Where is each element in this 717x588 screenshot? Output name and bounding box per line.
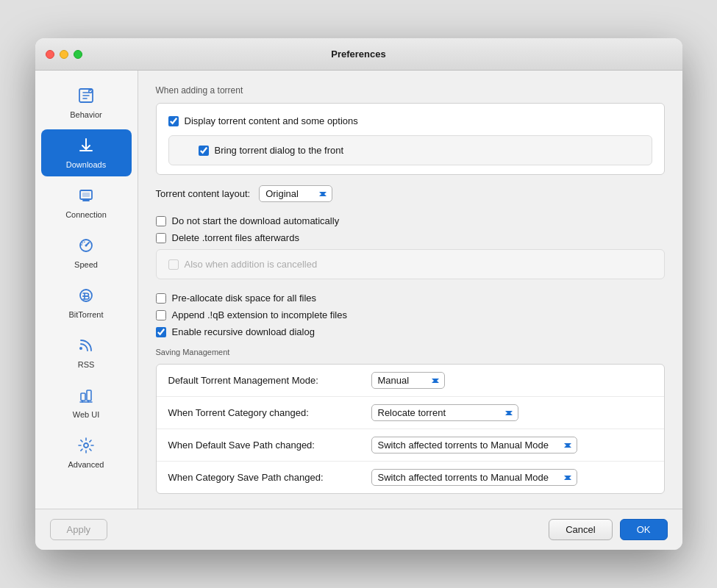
- when-adding-title: When adding a torrent: [156, 85, 665, 96]
- sidebar-item-downloads[interactable]: Downloads: [41, 129, 132, 176]
- footer-left: Apply: [50, 519, 108, 540]
- main-panel: When adding a torrent Display torrent co…: [138, 71, 682, 509]
- saving-title: Saving Management: [156, 348, 665, 356]
- recursive-checkbox[interactable]: [156, 327, 166, 337]
- download-options-group: Do not start the download automatically …: [156, 212, 665, 279]
- behavior-icon: [77, 87, 95, 107]
- connection-icon: [77, 187, 95, 207]
- sidebar-label-bittorrent: BitTorrent: [68, 310, 103, 319]
- bring-front-row: Bring torrent dialog to the front: [181, 142, 640, 159]
- sidebar-label-advanced: Advanced: [68, 460, 104, 469]
- also-cancelled-checkbox[interactable]: [168, 259, 179, 270]
- sidebar-item-advanced[interactable]: Advanced: [41, 429, 132, 476]
- traffic-lights: [46, 50, 82, 59]
- minimize-button[interactable]: [60, 50, 68, 59]
- mgmt-mode-row: Default Torrent Management Mode: Manual …: [157, 365, 664, 397]
- also-cancelled-row: Also when addition is cancelled: [168, 256, 652, 273]
- footer: Apply Cancel OK: [35, 509, 682, 550]
- no-auto-row: Do not start the download automatically: [156, 212, 665, 229]
- footer-right: Cancel OK: [549, 519, 667, 540]
- content-area: Behavior Downloads: [35, 71, 682, 509]
- display-content-row: Display torrent content and some options: [168, 112, 652, 129]
- category-save-select[interactable]: Switch affected torrents to Manual Mode …: [371, 469, 577, 486]
- svg-point-5: [85, 245, 88, 247]
- sidebar-label-behavior: Behavior: [70, 110, 101, 119]
- sidebar-label-downloads: Downloads: [66, 160, 106, 169]
- prealloc-checkbox[interactable]: [156, 293, 166, 304]
- apply-button[interactable]: Apply: [50, 519, 108, 540]
- display-content-checkbox[interactable]: [168, 116, 179, 126]
- sidebar-item-rss[interactable]: RSS: [41, 329, 132, 376]
- category-changed-row: When Torrent Category changed: Relocate …: [157, 397, 664, 429]
- svg-rect-3: [82, 193, 90, 197]
- downloads-icon: [77, 137, 95, 157]
- when-adding-box: Display torrent content and some options…: [156, 103, 665, 175]
- management-table: Default Torrent Management Mode: Manual …: [156, 364, 665, 494]
- advanced-icon: [77, 437, 95, 457]
- recursive-row: Enable recursive download dialog: [156, 323, 665, 340]
- delete-torrent-checkbox[interactable]: [156, 233, 166, 243]
- sidebar-label-rss: RSS: [78, 360, 95, 369]
- prealloc-label: Pre-allocate disk space for all files: [172, 293, 317, 304]
- delete-torrent-label: Delete .torrent files afterwards: [172, 232, 299, 243]
- append-ext-checkbox[interactable]: [156, 310, 166, 320]
- default-save-row: When Default Save Path changed: Switch a…: [157, 429, 664, 462]
- sidebar-label-webui: Web UI: [73, 410, 99, 419]
- category-changed-select[interactable]: Relocate torrent Switch to Manual Mode: [371, 404, 518, 421]
- no-auto-label: Do not start the download automatically: [172, 215, 340, 226]
- cancel-button[interactable]: Cancel: [549, 519, 612, 540]
- torrent-layout-select[interactable]: Original Create subfolder Don't create s…: [259, 185, 332, 202]
- category-save-label: When Category Save Path changed:: [168, 472, 360, 483]
- category-changed-label: When Torrent Category changed:: [168, 407, 360, 418]
- sidebar-item-behavior[interactable]: Behavior: [41, 79, 132, 126]
- delete-torrent-row: Delete .torrent files afterwards: [156, 229, 665, 246]
- svg-rect-8: [87, 390, 91, 401]
- default-save-select[interactable]: Switch affected torrents to Manual Mode …: [371, 437, 577, 453]
- sidebar-item-connection[interactable]: Connection: [41, 179, 132, 226]
- preferences-window: Preferences Behavior: [35, 38, 682, 550]
- torrent-layout-row: Torrent content layout: Original Create …: [156, 185, 665, 202]
- close-button[interactable]: [46, 50, 54, 59]
- bittorrent-icon: [77, 287, 95, 307]
- no-auto-checkbox[interactable]: [156, 216, 166, 226]
- display-content-label: Display torrent content and some options: [185, 115, 358, 126]
- window-title: Preferences: [331, 49, 385, 60]
- recursive-label: Enable recursive download dialog: [172, 326, 315, 337]
- ok-button[interactable]: OK: [620, 519, 668, 540]
- sidebar-label-connection: Connection: [65, 210, 107, 219]
- bring-front-label: Bring torrent dialog to the front: [215, 145, 344, 156]
- svg-point-9: [84, 443, 88, 448]
- also-cancelled-label: Also when addition is cancelled: [185, 259, 318, 270]
- default-save-label: When Default Save Path changed:: [168, 440, 360, 451]
- torrent-layout-label: Torrent content layout:: [156, 188, 251, 199]
- append-ext-row: Append .!qB extension to incomplete file…: [156, 306, 665, 323]
- sidebar-item-webui[interactable]: Web UI: [41, 379, 132, 426]
- prealloc-row: Pre-allocate disk space for all files: [156, 290, 665, 306]
- webui-icon: [77, 387, 95, 407]
- sidebar-item-speed[interactable]: Speed: [41, 229, 132, 276]
- mgmt-mode-select[interactable]: Manual Automatic: [371, 372, 445, 389]
- maximize-button[interactable]: [74, 50, 82, 59]
- sidebar-label-speed: Speed: [74, 260, 98, 269]
- rss-icon: [77, 337, 95, 357]
- sidebar-item-bittorrent[interactable]: BitTorrent: [41, 279, 132, 326]
- append-ext-label: Append .!qB extension to incomplete file…: [172, 309, 347, 320]
- speed-icon: [77, 237, 95, 257]
- category-save-row: When Category Save Path changed: Switch …: [157, 462, 664, 493]
- titlebar: Preferences: [35, 38, 682, 71]
- bring-front-checkbox[interactable]: [199, 146, 209, 156]
- mgmt-mode-label: Default Torrent Management Mode:: [168, 375, 360, 386]
- svg-rect-7: [81, 393, 85, 401]
- sidebar: Behavior Downloads: [35, 71, 138, 509]
- file-options-group: Pre-allocate disk space for all files Ap…: [156, 290, 665, 340]
